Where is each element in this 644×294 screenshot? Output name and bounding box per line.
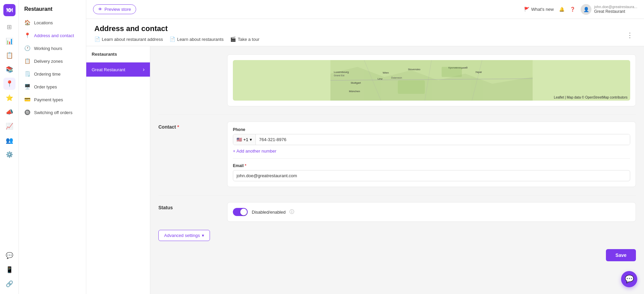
rail-icon-home[interactable]: ⊞ [3,21,16,33]
chat-widget-button[interactable]: 💬 [621,271,637,287]
rail-icon-chat[interactable]: 💬 [3,249,16,262]
learn-restaurants-link[interactable]: 📄 Learn about restaurants [170,36,223,46]
svg-rect-17 [398,80,425,94]
whats-new-button[interactable]: 🚩 What's new [524,7,554,12]
rail-icon-users[interactable]: 👥 [3,134,16,146]
user-restaurant-name: Great Restaurant [594,9,637,15]
page-title: Address and contact [94,24,259,33]
content-body: Restaurants Great Restaurant › [86,46,644,294]
ordering-icon: 🗒️ [24,71,31,77]
svg-text:Украї: Украї [476,71,482,74]
order-types-icon: 🖥️ [24,84,31,90]
main-area: 👁 Preview store 🚩 What's new 🔔 ❓ 👤 john.… [86,0,644,294]
email-label: Email * [233,163,630,168]
sidebar-item-order-types[interactable]: 🖥️ Order types [19,80,86,93]
email-required-marker: * [245,163,246,168]
sidebar-item-payment-types[interactable]: 💳 Payment types [19,93,86,106]
map-attribution: Leaflet | Map data © OpenStreetMap contr… [554,96,627,99]
sidebar-item-locations[interactable]: 🏠 Locations [19,16,86,29]
rail-icon-integrations[interactable]: 🔗 [3,278,16,290]
flag-emoji: 🇺🇸 [237,137,242,142]
kebab-menu-button[interactable]: ⋮ [624,30,636,41]
user-info[interactable]: 👤 john.doe@greatrestaura... Great Restau… [581,4,637,15]
sidebar: Restaurant 🏠 Locations 📍 Address and con… [19,0,86,294]
contact-label: Contact * [158,122,219,130]
avatar: 👤 [581,4,591,15]
sidebar-item-working-hours[interactable]: 🕐 Working hours [19,42,86,55]
switch-icon: 🔘 [24,109,31,115]
svg-text:Grand Est: Grand Est [334,74,345,77]
rail-icon-mobile[interactable]: 📱 [3,264,16,276]
clock-icon: 🕐 [24,45,31,51]
topbar-right: 🚩 What's new 🔔 ❓ 👤 john.doe@greatrestaur… [524,4,637,15]
rail-icon-analytics[interactable]: 📊 [3,35,16,47]
form-area: Luxembourg Grand Est Stuttgart München L… [150,46,644,294]
advanced-settings-button[interactable]: Advanced settings ▾ [158,230,210,241]
status-toggle[interactable] [233,208,248,216]
notifications-button[interactable]: 🔔 [559,7,564,12]
required-marker: * [177,124,179,130]
page-links: 📄 Learn about restaurant address 📄 Learn… [94,36,259,46]
info-icon[interactable]: ⓘ [289,209,294,215]
learn-address-link[interactable]: 📄 Learn about restaurant address [94,36,163,46]
svg-text:Wien: Wien [383,71,389,74]
divider-1 [158,114,636,115]
map-container: Luxembourg Grand Est Stuttgart München L… [233,60,630,101]
toggle-label: Disabled/enabled [252,210,285,215]
rail-icon-orders[interactable]: 📋 [3,49,16,61]
chevron-right-icon: › [143,66,145,73]
sidebar-item-ordering-time[interactable]: 🗒️ Ordering time [19,68,86,80]
page-header: Address and contact 📄 Learn about restau… [86,19,644,46]
phone-input-row: 🇺🇸 +1 ▾ [233,134,630,145]
status-label: Status [158,202,219,210]
restaurants-panel-title: Restaurants [86,46,150,62]
bell-icon: 🔔 [559,7,564,12]
sidebar-item-switching-off-orders[interactable]: 🔘 Switching off orders [19,106,86,119]
rail-icon-locations[interactable]: 📍 [3,78,16,90]
rail-icon-favorites[interactable]: ⭐ [3,92,16,104]
restaurant-panel: Restaurants Great Restaurant › [86,46,150,294]
app-logo[interactable]: 🍽 [3,4,16,16]
chat-icon: 💬 [625,275,634,284]
help-button[interactable]: ❓ [570,7,575,12]
page-header-top: Address and contact 📄 Learn about restau… [94,24,636,46]
tour-icon: 🎬 [230,36,236,42]
add-another-number-button[interactable]: + Add another number [233,149,276,154]
preview-store-button[interactable]: 👁 Preview store [93,4,136,14]
svg-text:Österreich: Österreich [391,77,402,79]
svg-text:München: München [349,90,360,93]
email-input[interactable] [233,170,630,181]
save-button[interactable]: Save [606,249,636,261]
phone-label: Phone [233,127,630,132]
status-section: Status Disabled/enabled ⓘ [158,202,636,222]
svg-rect-18 [442,67,462,77]
content-area: Address and contact 📄 Learn about restau… [86,19,644,294]
restaurant-item-great[interactable]: Great Restaurant › [86,62,150,77]
toggle-knob [240,209,247,215]
contact-section: Contact * Phone 🇺🇸 +1 ▾ [158,122,636,187]
sidebar-title: Restaurant [19,0,86,16]
topbar-left: 👁 Preview store [93,4,136,14]
map-section-label [158,54,219,57]
eye-icon: 👁 [98,7,102,12]
rail-icon-marketing[interactable]: 📣 [3,106,16,118]
sidebar-item-delivery-zones[interactable]: 📋 Delivery zones [19,55,86,68]
rail-icon-settings[interactable]: ⚙️ [3,149,16,161]
rail-icon-reports[interactable]: 📈 [3,120,16,132]
rail-icon-menu[interactable]: 📚 [3,63,16,76]
topbar: 👁 Preview store 🚩 What's new 🔔 ❓ 👤 john.… [86,0,644,19]
map-section-content: Luxembourg Grand Est Stuttgart München L… [227,54,636,106]
toggle-row: Disabled/enabled ⓘ [233,208,630,216]
doc-icon-2: 📄 [170,36,175,42]
phone-number-input[interactable] [256,134,630,145]
svg-text:Luxembourg: Luxembourg [334,71,349,74]
flag-icon: 🚩 [524,7,529,12]
chevron-down-icon: ▾ [250,137,252,142]
sidebar-item-address-contact[interactable]: 📍 Address and contact [19,29,86,42]
delivery-icon: 📋 [24,58,31,64]
divider-2 [158,195,636,195]
map-svg: Luxembourg Grand Est Stuttgart München L… [233,60,630,101]
phone-flag-selector[interactable]: 🇺🇸 +1 ▾ [233,134,256,145]
contact-content: Phone 🇺🇸 +1 ▾ + Add another number [227,122,636,187]
take-tour-link[interactable]: 🎬 Take a tour [230,36,259,46]
